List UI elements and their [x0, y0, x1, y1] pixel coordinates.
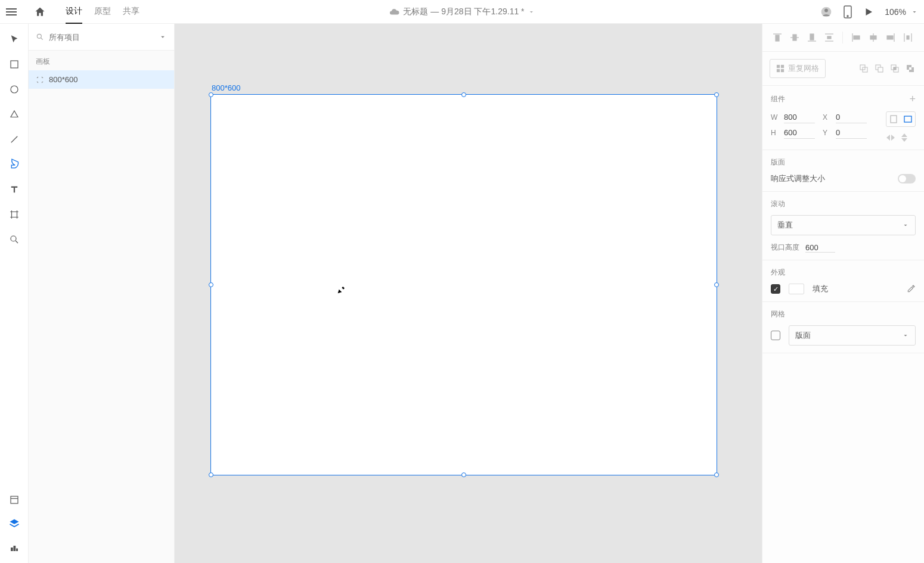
selection-handle[interactable] [209, 282, 213, 287]
boolean-subtract-icon[interactable] [873, 62, 886, 75]
chevron-down-icon[interactable] [159, 33, 167, 41]
search-row[interactable] [29, 24, 174, 51]
viewport-height-label: 视口高度 [771, 242, 799, 253]
flip-vertical-icon[interactable] [900, 133, 909, 142]
landscape-icon[interactable] [901, 112, 915, 126]
layers-panel-button[interactable] [5, 514, 24, 533]
scroll-select[interactable]: 垂直 [771, 215, 916, 235]
home-button[interactable] [31, 6, 49, 18]
x-input[interactable] [836, 111, 867, 123]
height-input[interactable] [784, 127, 815, 139]
pen-tool[interactable] [5, 155, 24, 174]
layer-item-artboard[interactable]: 800*600 [29, 70, 174, 89]
fill-color-swatch[interactable] [789, 284, 804, 294]
svg-rect-24 [827, 36, 831, 39]
tab-share[interactable]: 共享 [123, 0, 139, 24]
selection-handle[interactable] [714, 282, 719, 287]
play-icon[interactable] [863, 7, 874, 17]
zoom-level[interactable]: 106% [885, 7, 918, 17]
rectangle-tool[interactable] [5, 55, 24, 74]
y-input[interactable] [836, 127, 867, 139]
boolean-intersect-icon[interactable] [888, 62, 901, 75]
viewport-height-input[interactable] [805, 243, 835, 253]
svg-line-15 [41, 38, 43, 40]
repeat-grid-button[interactable]: 重复网格 [770, 59, 826, 78]
align-vcenter-icon[interactable] [787, 30, 802, 45]
layer-search-input[interactable] [49, 33, 154, 42]
boolean-exclude-icon[interactable] [904, 62, 917, 75]
align-right-icon[interactable] [883, 30, 898, 45]
document-title[interactable]: 无标题 — 9月28日 下午1.29.11 * [389, 7, 535, 17]
hamburger-menu-button[interactable] [6, 5, 20, 19]
align-bottom-icon[interactable] [804, 30, 820, 45]
svg-rect-34 [777, 65, 780, 68]
orientation-toggle[interactable] [886, 111, 916, 127]
svg-rect-19 [793, 35, 796, 41]
selection-handle[interactable] [209, 92, 213, 97]
add-component-button[interactable]: + [909, 93, 916, 105]
svg-rect-37 [781, 69, 784, 72]
canvas[interactable]: 800*600 [175, 24, 762, 563]
svg-rect-30 [887, 36, 893, 39]
zoom-tool[interactable] [5, 230, 24, 249]
grid-checkbox[interactable] [771, 331, 780, 340]
distribute-h-icon[interactable] [900, 30, 916, 45]
properties-panel: 重复网格 组件 + W X H Y [762, 24, 924, 563]
tab-design[interactable]: 设计 [66, 0, 82, 24]
selection-handle[interactable] [209, 472, 213, 477]
plugins-panel-button[interactable] [5, 538, 24, 557]
svg-rect-47 [909, 67, 911, 70]
svg-rect-11 [11, 548, 13, 551]
appearance-label: 外观 [771, 267, 785, 278]
svg-rect-21 [810, 34, 814, 40]
grid-section: 网格 版面 [762, 302, 924, 353]
chevron-down-icon [911, 8, 918, 15]
eyedropper-icon[interactable] [906, 284, 916, 294]
polygon-tool[interactable] [5, 105, 24, 124]
user-avatar-icon[interactable] [820, 6, 832, 18]
line-tool[interactable] [5, 130, 24, 149]
component-label: 组件 [771, 94, 785, 104]
fill-label: 填充 [813, 284, 828, 294]
ellipse-tool[interactable] [5, 80, 24, 99]
svg-rect-44 [894, 67, 896, 70]
artboard-name-label[interactable]: 800*600 [212, 83, 240, 92]
svg-point-1 [824, 8, 828, 12]
select-tool[interactable] [5, 30, 24, 49]
device-preview-icon[interactable] [843, 5, 852, 18]
assets-panel-button[interactable] [5, 490, 24, 509]
selection-handle[interactable] [461, 92, 466, 97]
selection-handle[interactable] [461, 472, 466, 477]
scroll-label: 滚动 [771, 199, 785, 209]
appearance-section: 外观 ✓ 填充 [762, 260, 924, 302]
selection-handle[interactable] [714, 472, 719, 477]
layout-label: 版面 [771, 157, 785, 167]
layer-item-label: 800*600 [49, 75, 77, 84]
align-hcenter-icon[interactable] [866, 30, 881, 45]
align-top-icon[interactable] [770, 30, 785, 45]
align-row [762, 24, 924, 52]
selection-handle[interactable] [714, 92, 719, 97]
repeat-grid-row: 重复网格 [762, 52, 924, 86]
toolbar [0, 24, 29, 563]
portrait-icon[interactable] [886, 112, 901, 126]
svg-rect-26 [854, 36, 860, 39]
boolean-add-icon[interactable] [857, 62, 870, 75]
fill-checkbox[interactable]: ✓ [771, 284, 780, 294]
grid-type-select[interactable]: 版面 [789, 325, 916, 346]
text-tool[interactable] [5, 180, 24, 199]
svg-point-5 [11, 86, 18, 93]
tab-prototype[interactable]: 原型 [94, 0, 111, 24]
artboard-tool[interactable] [5, 205, 24, 224]
responsive-toggle[interactable] [898, 174, 916, 183]
svg-rect-17 [776, 35, 779, 41]
svg-point-3 [847, 15, 848, 17]
flip-horizontal-icon[interactable] [886, 133, 895, 142]
responsive-label: 响应式调整大小 [771, 173, 825, 184]
align-left-icon[interactable] [848, 30, 864, 45]
svg-rect-4 [11, 61, 18, 68]
distribute-v-icon[interactable] [821, 30, 837, 45]
artboard[interactable] [210, 94, 717, 475]
width-input[interactable] [784, 111, 815, 123]
chevron-down-icon [528, 8, 535, 15]
